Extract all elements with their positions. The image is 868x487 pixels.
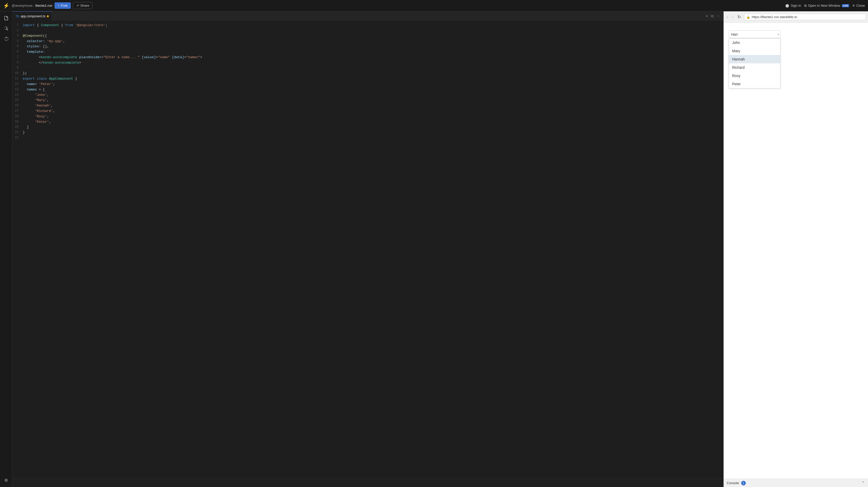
browser-toolbar: ‹ › ↻ 🔒 https://8wctw1.run.stackblitz.io [723, 11, 868, 23]
autocomplete-item-hannah[interactable]: Hannah [729, 55, 780, 63]
autocomplete-item-rosy[interactable]: Rosy [729, 71, 780, 80]
code-line-20: 20 ] [12, 124, 723, 130]
browser-url-bar[interactable]: 🔒 https://8wctw1.run.stackblitz.io [744, 14, 866, 20]
fork-label: Fork [61, 4, 68, 7]
signin-button[interactable]: ⬤ Sign in [785, 4, 801, 7]
breadcrumb-separator: / [33, 4, 34, 7]
code-line-16: 16 'Hannah', [12, 103, 723, 109]
fork-icon: ⑂ [58, 4, 60, 7]
close-icon: ✕ [852, 4, 855, 7]
editor-area: TS app.component.ts ≡ ⧉ ⋯ 1 import { Com… [12, 11, 723, 487]
live-badge: LIVE [842, 4, 849, 7]
breadcrumb-project[interactable]: 8wctw1.run [35, 4, 53, 7]
code-line-7: 7 <kendo-autocomplete placeholder="Enter… [12, 55, 723, 60]
console-expand-button[interactable]: ⌃ [862, 481, 865, 485]
code-line-14: 14 'John', [12, 92, 723, 98]
autocomplete-dropdown: John Mary Hannah Richard Rosy Peter [729, 38, 780, 88]
tab-modified-dot [47, 15, 49, 17]
ssl-lock-icon: 🔒 [746, 15, 750, 19]
browser-forward-button[interactable]: › [731, 14, 735, 20]
autocomplete-input[interactable] [731, 32, 776, 36]
console-badge: 1 [741, 481, 746, 485]
share-label: Share [80, 4, 89, 7]
tab-split-button[interactable]: ⧉ [710, 13, 715, 19]
breadcrumb-user[interactable]: @anonymous [11, 4, 32, 7]
code-line-22: 22 [12, 136, 723, 141]
code-line-15: 15 'Mary', [12, 98, 723, 103]
close-label: Close [857, 4, 865, 7]
share-icon: ↗ [76, 4, 79, 7]
code-line-11: 11 export class AppComponent { [12, 76, 723, 82]
close-button[interactable]: ✕ Close [852, 4, 865, 7]
signin-label: Sign in [791, 4, 801, 7]
main-layout: TS app.component.ts ≡ ⧉ ⋯ 1 import { Com… [0, 11, 868, 487]
code-line-17: 17 'Richard', [12, 109, 723, 114]
sidebar-item-search[interactable] [2, 24, 11, 33]
topbar-right: ⬤ Sign in ⧉ Open in New Window LIVE ✕ Cl… [785, 4, 865, 8]
autocomplete-item-mary[interactable]: Mary [729, 47, 780, 55]
code-line-6: 6 template: ` [12, 49, 723, 55]
code-line-8: 8 </kendo-autocomplete> [12, 60, 723, 66]
autocomplete-item-peter[interactable]: Peter [729, 80, 780, 88]
topbar-left: ⚡ @anonymous / 8wctw1.run ⑂ Fork ↗ Share [3, 2, 783, 9]
code-line-2: 2 [12, 28, 723, 33]
window-icon: ⧉ [804, 4, 807, 8]
fork-button[interactable]: ⑂ Fork [55, 2, 71, 9]
code-line-3: 3 @Component({ [12, 33, 723, 39]
topbar: ⚡ @anonymous / 8wctw1.run ⑂ Fork ↗ Share… [0, 0, 868, 11]
browser-url-text: https://8wctw1.run.stackblitz.io [752, 15, 864, 19]
autocomplete-input-wrapper[interactable]: × [729, 30, 780, 38]
sidebar-item-settings[interactable] [2, 476, 11, 485]
tab-list-button[interactable]: ≡ [705, 13, 709, 19]
code-line-21: 21 } [12, 130, 723, 136]
code-line-9: 9 ` [12, 66, 723, 71]
tab-more-button[interactable]: ⋯ [716, 13, 721, 19]
console-label: Console [727, 481, 739, 485]
code-line-5: 5 styles: [], [12, 44, 723, 49]
autocomplete-item-john[interactable]: John [729, 38, 780, 47]
sidebar-item-files[interactable] [2, 13, 11, 23]
code-line-10: 10 }) [12, 71, 723, 76]
tab-app-component[interactable]: TS app.component.ts [12, 11, 52, 21]
open-window-label: Open in New Window [808, 4, 840, 7]
browser-back-button[interactable]: ‹ [726, 14, 729, 20]
tab-bar: TS app.component.ts ≡ ⧉ ⋯ [12, 11, 723, 21]
tab-actions: ≡ ⧉ ⋯ [705, 13, 723, 19]
open-window-button[interactable]: ⧉ Open in New Window LIVE [804, 4, 849, 8]
browser-refresh-button[interactable]: ↻ [736, 14, 742, 20]
code-line-12: 12 name= 'Peter'; [12, 82, 723, 87]
browser-panel: ‹ › ↻ 🔒 https://8wctw1.run.stackblitz.io… [723, 11, 868, 487]
breadcrumb: @anonymous / 8wctw1.run [11, 4, 53, 7]
autocomplete-widget: × John Mary Hannah Richard Rosy Peter [729, 30, 780, 88]
tab-filename: app.component.ts [21, 15, 45, 18]
autocomplete-clear-button[interactable]: × [777, 32, 779, 36]
code-line-13: 13 names = [ [12, 87, 723, 92]
sidebar-item-extensions[interactable] [2, 34, 11, 44]
sidebar [0, 11, 12, 487]
browser-content: × John Mary Hannah Richard Rosy Peter [723, 23, 868, 479]
github-icon: ⬤ [785, 4, 789, 7]
share-button[interactable]: ↗ Share [73, 2, 93, 9]
code-line-4: 4 selector: 'my-app', [12, 39, 723, 44]
code-editor[interactable]: 1 import { Component } from '@angular/co… [12, 21, 723, 479]
autocomplete-item-richard[interactable]: Richard [729, 63, 780, 71]
code-line-1: 1 import { Component } from '@angular/co… [12, 23, 723, 28]
bolt-icon: ⚡ [3, 3, 9, 9]
code-line-19: 19 'Peter', [12, 119, 723, 125]
code-line-18: 18 'Rosy', [12, 114, 723, 119]
typescript-icon: TS [16, 15, 19, 18]
console-bar [12, 479, 723, 487]
browser-console-bar: Console 1 ⌃ [723, 479, 868, 487]
